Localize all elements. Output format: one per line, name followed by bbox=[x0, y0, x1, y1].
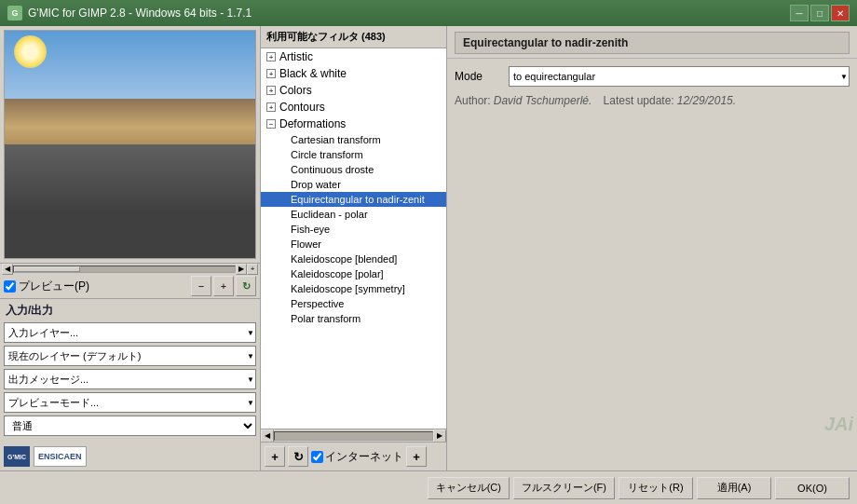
filter-item-polar[interactable]: Polar transform bbox=[261, 311, 446, 326]
filter-scroll-right[interactable]: ▶ bbox=[433, 429, 446, 443]
expand-contours-icon: + bbox=[266, 102, 276, 112]
io-title: 入力/出力 bbox=[4, 303, 256, 319]
expand-bw-icon: + bbox=[266, 69, 276, 78]
refresh-button[interactable]: ↻ bbox=[236, 276, 256, 296]
filter-title-box: Equirectangular to nadir-zenith bbox=[455, 32, 850, 54]
mode-row: Mode to equirectangular to nadir-zenith … bbox=[455, 66, 850, 87]
filter-item-flower[interactable]: Flower bbox=[261, 237, 446, 252]
left-panel: ◀ ▶ + プレビュー(P) − + ↻ 入力/出力 bbox=[0, 26, 261, 470]
current-layer-row: 現在のレイヤー (デフォルト) ▼ bbox=[4, 346, 256, 366]
scroll-track[interactable] bbox=[13, 266, 236, 273]
author-name: David Tschumperlé. bbox=[494, 94, 592, 107]
ensicaen-logo: ENSICAEN bbox=[34, 446, 87, 467]
apply-button[interactable]: 適用(A) bbox=[697, 477, 771, 499]
expand-deformations-icon: − bbox=[266, 119, 276, 129]
internet-checkbox[interactable] bbox=[311, 451, 323, 463]
output-msg-row: 出力メッセージ... ▼ bbox=[4, 369, 256, 389]
filter-title-text: Equirectangular to nadir-zenith bbox=[463, 36, 628, 49]
maximize-button[interactable]: □ bbox=[810, 5, 829, 21]
expand-colors-icon: + bbox=[266, 86, 276, 95]
filter-item-perspective[interactable]: Perspective bbox=[261, 296, 446, 311]
internet-label: インターネット bbox=[325, 449, 403, 465]
category-deformations[interactable]: − Deformations bbox=[261, 116, 446, 132]
scroll-left-arrow[interactable]: ◀ bbox=[2, 264, 13, 275]
category-colors-label: Colors bbox=[279, 84, 312, 97]
scroll-thumb[interactable] bbox=[14, 266, 80, 272]
preview-hscroll[interactable]: ◀ ▶ + bbox=[0, 263, 260, 274]
scroll-right-arrow[interactable]: ▶ bbox=[236, 264, 247, 275]
window-controls: ─ □ ✕ bbox=[790, 5, 850, 21]
ok-button[interactable]: OK(O) bbox=[775, 477, 850, 499]
category-colors[interactable]: + Colors bbox=[261, 82, 446, 99]
preview-checkbox[interactable] bbox=[4, 280, 16, 293]
filter-item-euclidean[interactable]: Euclidean - polar bbox=[261, 207, 446, 222]
mode-select[interactable]: to equirectangular to nadir-zenith bbox=[509, 66, 850, 87]
update-prefix: Latest update: bbox=[604, 94, 674, 107]
category-contours[interactable]: + Contours bbox=[261, 99, 446, 116]
reset-button[interactable]: リセット(R) bbox=[619, 477, 693, 499]
watermark-text: JAi bbox=[824, 414, 853, 435]
filter-item-circle[interactable]: Circle transform bbox=[261, 147, 446, 162]
filter-item-kaleido-sym[interactable]: Kaleidoscope [symmetry] bbox=[261, 281, 446, 296]
zoom-in-button[interactable]: + bbox=[213, 276, 234, 296]
filter-scroll-track[interactable] bbox=[274, 431, 433, 441]
current-layer-wrapper: 現在のレイヤー (デフォルト) ▼ bbox=[4, 346, 256, 366]
bottom-bar: キャンセル(C) フルスクリーン(F) リセット(R) 適用(A) OK(O) bbox=[0, 470, 857, 504]
preview-mode-row: プレビューモード... ▼ bbox=[4, 392, 256, 413]
filter-controls: + ↻ インターネット + bbox=[261, 442, 446, 470]
filter-item-cartesian[interactable]: Cartesian transform bbox=[261, 132, 446, 147]
minimize-button[interactable]: ─ bbox=[790, 5, 809, 21]
right-header: Equirectangular to nadir-zenith bbox=[447, 26, 857, 59]
internet-check[interactable]: インターネット bbox=[311, 449, 403, 465]
filter-item-continuous[interactable]: Continuous droste bbox=[261, 162, 446, 177]
gmic-logo: G'MIC bbox=[4, 446, 30, 467]
lang-row: 普通 bbox=[4, 415, 256, 436]
input-layer-wrapper: 入力レイヤー... ▼ bbox=[4, 322, 256, 343]
right-content: Mode to equirectangular to nadir-zenith … bbox=[447, 59, 857, 272]
cancel-button[interactable]: キャンセル(C) bbox=[428, 477, 510, 499]
filter-scroll-left[interactable]: ◀ bbox=[261, 429, 274, 443]
mode-select-wrapper: to equirectangular to nadir-zenith ▼ bbox=[509, 66, 850, 87]
title-bar: G G'MIC for GIMP 2.8 - Windows 64 bits -… bbox=[0, 0, 857, 26]
lang-select[interactable]: 普通 bbox=[4, 415, 256, 436]
preview-controls: プレビュー(P) − + ↻ bbox=[0, 274, 260, 298]
filter-hscroll[interactable]: ◀ ▶ bbox=[261, 429, 446, 442]
io-section: 入力/出力 入力レイヤー... ▼ 現在のレイヤー (デフォルト) ▼ bbox=[0, 298, 260, 443]
input-layer-row: 入力レイヤー... ▼ bbox=[4, 322, 256, 343]
category-bw-label: Black & white bbox=[279, 67, 347, 80]
filter-item-drop[interactable]: Drop water bbox=[261, 177, 446, 192]
filter-header: 利用可能なフィルタ (483) bbox=[261, 26, 446, 48]
output-msg-select[interactable]: 出力メッセージ... bbox=[4, 369, 256, 389]
preview-image bbox=[5, 31, 255, 258]
filter-item-equirect[interactable]: Equirectangular to nadir-zenit bbox=[261, 192, 446, 207]
expand-filter-button[interactable]: + bbox=[406, 446, 427, 467]
close-button[interactable]: ✕ bbox=[831, 5, 850, 21]
category-artistic-label: Artistic bbox=[279, 50, 313, 63]
filter-item-kaleido-blended[interactable]: Kaleidoscope [blended] bbox=[261, 252, 446, 266]
right-panel: Equirectangular to nadir-zenith Mode to … bbox=[447, 26, 857, 470]
fullscreen-button[interactable]: フルスクリーン(F) bbox=[513, 477, 615, 499]
category-contours-label: Contours bbox=[279, 101, 325, 114]
preview-toggle[interactable]: プレビュー(P) bbox=[4, 279, 189, 294]
expand-artistic-icon: + bbox=[266, 52, 276, 61]
category-black-white[interactable]: + Black & white bbox=[261, 65, 446, 82]
preview-buttons: − + ↻ bbox=[191, 276, 256, 296]
refresh-filters-button[interactable]: ↻ bbox=[288, 446, 308, 467]
zoom-out-button[interactable]: − bbox=[191, 276, 211, 296]
filter-panel: 利用可能なフィルタ (483) + Artistic + Black & whi… bbox=[261, 26, 447, 470]
category-deformations-label: Deformations bbox=[279, 117, 346, 130]
category-artistic[interactable]: + Artistic bbox=[261, 48, 446, 65]
author-prefix: Author: bbox=[455, 94, 491, 107]
scroll-expand-arrow[interactable]: + bbox=[247, 264, 258, 275]
logo-area: G'MIC ENSICAEN bbox=[0, 443, 260, 470]
checkerboard bbox=[5, 156, 255, 258]
input-layer-select[interactable]: 入力レイヤー... bbox=[4, 322, 256, 343]
preview-label: プレビュー(P) bbox=[19, 279, 89, 294]
filter-list: + Artistic + Black & white + Colors + Co… bbox=[261, 48, 446, 429]
current-layer-select[interactable]: 現在のレイヤー (デフォルト) bbox=[4, 346, 256, 366]
add-filter-button[interactable]: + bbox=[265, 446, 285, 467]
update-date: 12/29/2015. bbox=[677, 94, 736, 107]
filter-item-kaleido-polar[interactable]: Kaleidoscope [polar] bbox=[261, 266, 446, 281]
filter-item-fisheye[interactable]: Fish-eye bbox=[261, 222, 446, 237]
preview-mode-select[interactable]: プレビューモード... bbox=[4, 392, 256, 413]
